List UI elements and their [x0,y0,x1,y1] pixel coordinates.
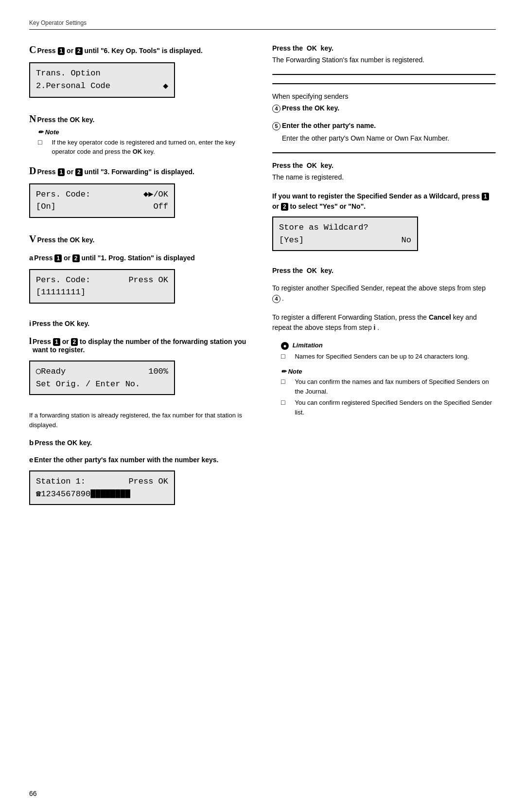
step-b-section: b Press the OK key. [29,438,253,447]
limitation-icon: ● [281,342,289,350]
lcd5-line1: Station 1: Press OK [36,475,168,488]
press-ok-2: Press the OK key. [272,162,496,169]
lcd2-line2-left: [On] [36,200,56,213]
note-item-1: □ If the key operator code is registered… [38,138,253,157]
step-c-label: C Press 1 or 2 until "6. Key Op. Tools" … [29,44,253,55]
step-b-letter: b [29,438,34,447]
lcd5-line2: ☎1234567890████████ [36,488,168,501]
when-specifying-section: When specifying senders 4 Press the OK k… [272,92,496,144]
diff-forward-section: To register a different Forwarding Stati… [272,312,496,333]
lcd4-line1: ◯Ready 100% [36,365,168,378]
step-e-section: e Enter the other party's fax number wit… [29,455,253,512]
step-n-label: N Press the OK key. [29,113,253,125]
step-circle5-section: 5 Enter the other party's name. Enter th… [272,122,496,144]
step-n-section: N Press the OK key. ✏ Note □ If the key … [29,113,253,157]
separator-3 [272,152,496,154]
lcd-wildcard-line2-right: No [402,234,411,247]
limitation-title-text: Limitation [293,342,323,349]
lcd-wildcard-line1: Store as Wildcard? [279,221,411,234]
step-circle5-label: 5 Enter the other party's name. [272,122,496,130]
lcd1-line2: 2.Personal Code [36,80,110,92]
press-ok-3: Press the OK key. [272,267,496,274]
step-v-text: Press the OK key. [37,236,94,244]
step-d-letter: D [29,165,36,177]
step-a-label: a Press 1 or 2 until "1. Prog. Station" … [29,253,253,262]
limitation-title: ● Limitation [281,342,496,350]
note-bullet-1: □ [38,138,42,146]
step-n-text: Press the OK key. [37,116,94,124]
lcd1-line1: Trans. Option [36,67,168,80]
step-b-label: b Press the OK key. [29,438,253,447]
limitation-item-1: □ Names for Specified Senders can be up … [281,352,496,361]
step-a-text: Press 1 or 2 until "1. Prog. Station" is… [34,254,195,262]
two-col-layout: C Press 1 or 2 until "6. Key Op. Tools" … [29,44,496,521]
separator-1 [272,74,496,75]
step-e-label: e Enter the other party's fax number wit… [29,455,253,464]
lcd4-line1-left: ◯Ready [36,365,66,378]
step-i-text: Press the OK key. [32,320,89,327]
step-v-label: V Press the OK key. [29,234,253,245]
left-column: C Press 1 or 2 until "6. Key Op. Tools" … [29,44,253,521]
right-column: Press the OK key. The Forwarding Station… [272,44,496,521]
note-text-1: If the key operator code is registered a… [45,138,253,157]
when-specifying-text: When specifying senders [272,92,496,100]
step-c-section: C Press 1 or 2 until "6. Key Op. Tools" … [29,44,253,105]
lcd-wildcard-line2-left: [Yes] [279,234,304,247]
step-circle4-label: 4 Press the OK key. [272,104,496,113]
lcd3-line1: Pers. Code: Press OK [36,274,168,287]
step-e-text: Enter the other party's fax number with … [34,456,218,464]
step-i-section: i Press the OK key. [29,319,253,327]
note2-section: If a forwarding station is already regis… [29,411,253,430]
note-icon-right: ✏ [281,368,286,375]
step-v-section: V Press the OK key. [29,234,253,245]
step-circle4-text: Press the OK key. [282,104,339,112]
header-title: Key Operator Settings [29,19,87,26]
step-i-letter: i [29,319,31,327]
lcd-display-5: Station 1: Press OK ☎1234567890████████ [29,470,175,505]
press-ok-1-section: Press the OK key. The Forwarding Station… [272,44,496,65]
text1: The Forwarding Station's fax number is r… [272,55,496,65]
lcd2-line1-right: ◆▶/OK [143,188,168,201]
lcd1-arrow: ◆ [163,80,168,93]
note-title-1: ✏ Note [38,128,253,136]
step-e-letter: e [29,455,33,464]
circle-4: 4 [272,105,280,113]
lcd4-line2: Set Orig. / Enter No. [36,378,168,391]
step-circle5-text: Enter the other party's name. [282,122,376,129]
step-b-text: Press the OK key. [35,439,92,447]
note-bullet-right-1: □ [281,378,285,385]
lcd2-line1: Pers. Code: ◆▶/OK [36,188,168,201]
note-title-right: ✏ Note [281,368,496,375]
step-a-section: a Press 1 or 2 until "1. Prog. Station" … [29,253,253,310]
lcd1-line2-row: 2.Personal Code ◆ [36,80,168,93]
lcd3-line2: [11111111] [36,286,168,299]
circle-5: 5 [272,122,280,130]
lcd5-line1-right: Press OK [128,475,168,488]
wildcard-section: If you want to register the Specified Se… [272,191,496,258]
step-d-section: D Press 1 or 2 until "3. Forwarding" is … [29,165,253,225]
step-i-label: i Press the OK key. [29,319,253,327]
step-circle4-section: 4 Press the OK key. [272,104,496,113]
lcd4-line1-right: 100% [148,365,168,378]
header-bar: Key Operator Settings [29,19,496,30]
lcd-display-1: Trans. Option 2.Personal Code ◆ [29,62,175,98]
lcd-display-4: ◯Ready 100% Set Orig. / Enter No. [29,361,175,395]
step-l-label: l Press 1 or 2 to display the number of … [29,336,253,354]
limitation-text-1: Names for Specified Senders can be up to… [288,352,469,361]
repeat-text: To register another Specified Sender, re… [272,283,496,304]
note2-text: If a forwarding station is already regis… [29,411,253,430]
lcd2-line1-left: Pers. Code: [36,188,90,201]
note-section-1: ✏ Note □ If the key operator code is reg… [38,128,253,157]
lcd-display-3: Pers. Code: Press OK [11111111] [29,269,175,304]
lcd3-line1-left: Pers. Code: [36,274,90,287]
enter-text: Enter the other party's Own Name or Own … [282,133,496,144]
separator-2 [272,83,496,85]
step-v-letter: V [29,234,36,245]
note-item-right-1: □ You can confirm the names and fax numb… [281,377,496,396]
repeat-circle-4: 4 [272,295,280,303]
limitation-section: ● Limitation □ Names for Specified Sende… [281,342,496,361]
note-text-right-2: You can confirm registered Specified Sen… [288,398,496,417]
step-c-letter: C [29,44,36,55]
note-text-right-1: You can confirm the names and fax number… [288,377,496,396]
repeat-section: To register another Specified Sender, re… [272,283,496,304]
